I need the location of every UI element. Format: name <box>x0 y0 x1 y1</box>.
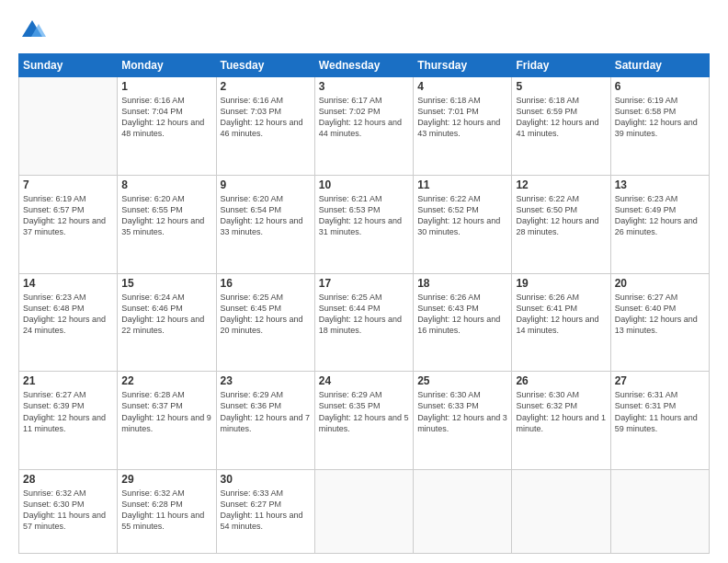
calendar-cell: 17Sunrise: 6:25 AM Sunset: 6:44 PM Dayli… <box>314 273 413 372</box>
day-info: Sunrise: 6:29 AM Sunset: 6:36 PM Dayligh… <box>221 389 311 434</box>
day-info: Sunrise: 6:22 AM Sunset: 6:50 PM Dayligh… <box>516 193 606 238</box>
calendar-page: SundayMondayTuesdayWednesdayThursdayFrid… <box>0 0 728 563</box>
day-number: 12 <box>516 178 606 191</box>
calendar-cell: 19Sunrise: 6:26 AM Sunset: 6:41 PM Dayli… <box>512 273 610 372</box>
calendar-week-row: 14Sunrise: 6:23 AM Sunset: 6:48 PM Dayli… <box>19 273 710 372</box>
weekday-header: Tuesday <box>216 54 314 77</box>
calendar-cell <box>610 470 709 554</box>
day-info: Sunrise: 6:16 AM Sunset: 7:03 PM Dayligh… <box>221 95 311 140</box>
day-number: 17 <box>319 277 409 290</box>
day-number: 3 <box>319 80 409 93</box>
calendar-cell: 12Sunrise: 6:22 AM Sunset: 6:50 PM Dayli… <box>512 175 610 273</box>
calendar-cell: 30Sunrise: 6:33 AM Sunset: 6:27 PM Dayli… <box>216 470 314 554</box>
calendar-cell: 11Sunrise: 6:22 AM Sunset: 6:52 PM Dayli… <box>414 175 512 273</box>
day-number: 18 <box>417 277 507 290</box>
day-number: 19 <box>516 277 606 290</box>
day-info: Sunrise: 6:31 AM Sunset: 6:31 PM Dayligh… <box>615 389 705 434</box>
day-number: 22 <box>121 374 211 387</box>
day-number: 14 <box>23 277 113 290</box>
day-number: 26 <box>516 374 606 387</box>
calendar-cell: 23Sunrise: 6:29 AM Sunset: 6:36 PM Dayli… <box>216 372 314 470</box>
calendar-cell: 20Sunrise: 6:27 AM Sunset: 6:40 PM Dayli… <box>610 273 709 372</box>
day-number: 28 <box>23 473 113 486</box>
day-info: Sunrise: 6:32 AM Sunset: 6:30 PM Dayligh… <box>23 488 113 533</box>
calendar-cell: 24Sunrise: 6:29 AM Sunset: 6:35 PM Dayli… <box>314 372 413 470</box>
day-info: Sunrise: 6:26 AM Sunset: 6:41 PM Dayligh… <box>516 292 606 337</box>
calendar-week-row: 7Sunrise: 6:19 AM Sunset: 6:57 PM Daylig… <box>19 175 710 273</box>
calendar-cell: 28Sunrise: 6:32 AM Sunset: 6:30 PM Dayli… <box>19 470 118 554</box>
calendar-cell: 26Sunrise: 6:30 AM Sunset: 6:32 PM Dayli… <box>512 372 610 470</box>
weekday-header: Thursday <box>414 54 512 77</box>
calendar-table: SundayMondayTuesdayWednesdayThursdayFrid… <box>18 53 710 554</box>
day-info: Sunrise: 6:25 AM Sunset: 6:44 PM Dayligh… <box>319 292 409 337</box>
day-number: 23 <box>221 374 311 387</box>
day-number: 2 <box>221 80 311 93</box>
day-info: Sunrise: 6:30 AM Sunset: 6:33 PM Dayligh… <box>417 389 507 434</box>
day-info: Sunrise: 6:24 AM Sunset: 6:46 PM Dayligh… <box>121 292 211 337</box>
day-info: Sunrise: 6:18 AM Sunset: 7:01 PM Dayligh… <box>417 95 507 140</box>
weekday-header: Sunday <box>19 54 118 77</box>
day-number: 21 <box>23 374 113 387</box>
day-info: Sunrise: 6:27 AM Sunset: 6:39 PM Dayligh… <box>23 389 113 434</box>
calendar-week-row: 28Sunrise: 6:32 AM Sunset: 6:30 PM Dayli… <box>19 470 710 554</box>
day-info: Sunrise: 6:33 AM Sunset: 6:27 PM Dayligh… <box>221 488 311 533</box>
day-number: 4 <box>417 80 507 93</box>
day-info: Sunrise: 6:30 AM Sunset: 6:32 PM Dayligh… <box>516 389 606 434</box>
day-info: Sunrise: 6:20 AM Sunset: 6:55 PM Dayligh… <box>121 193 211 238</box>
calendar-cell: 14Sunrise: 6:23 AM Sunset: 6:48 PM Dayli… <box>19 273 118 372</box>
weekday-header: Saturday <box>610 54 709 77</box>
day-number: 5 <box>516 80 606 93</box>
calendar-cell: 15Sunrise: 6:24 AM Sunset: 6:46 PM Dayli… <box>118 273 216 372</box>
day-number: 11 <box>417 178 507 191</box>
day-info: Sunrise: 6:20 AM Sunset: 6:54 PM Dayligh… <box>221 193 311 238</box>
day-info: Sunrise: 6:21 AM Sunset: 6:53 PM Dayligh… <box>319 193 409 238</box>
day-number: 10 <box>319 178 409 191</box>
calendar-cell: 6Sunrise: 6:19 AM Sunset: 6:58 PM Daylig… <box>610 77 709 176</box>
day-info: Sunrise: 6:16 AM Sunset: 7:04 PM Dayligh… <box>121 95 211 140</box>
calendar-cell <box>414 470 512 554</box>
calendar-cell <box>19 77 118 176</box>
day-info: Sunrise: 6:32 AM Sunset: 6:28 PM Dayligh… <box>121 488 211 533</box>
day-number: 30 <box>221 473 311 486</box>
calendar-week-row: 1Sunrise: 6:16 AM Sunset: 7:04 PM Daylig… <box>19 77 710 176</box>
day-number: 9 <box>221 178 311 191</box>
day-info: Sunrise: 6:26 AM Sunset: 6:43 PM Dayligh… <box>417 292 507 337</box>
day-info: Sunrise: 6:27 AM Sunset: 6:40 PM Dayligh… <box>615 292 705 337</box>
day-number: 20 <box>615 277 705 290</box>
header <box>18 17 710 44</box>
day-number: 16 <box>221 277 311 290</box>
day-number: 6 <box>615 80 705 93</box>
day-number: 24 <box>319 374 409 387</box>
calendar-cell: 18Sunrise: 6:26 AM Sunset: 6:43 PM Dayli… <box>414 273 512 372</box>
weekday-header: Wednesday <box>314 54 413 77</box>
day-info: Sunrise: 6:18 AM Sunset: 6:59 PM Dayligh… <box>516 95 606 140</box>
calendar-cell: 16Sunrise: 6:25 AM Sunset: 6:45 PM Dayli… <box>216 273 314 372</box>
day-info: Sunrise: 6:22 AM Sunset: 6:52 PM Dayligh… <box>417 193 507 238</box>
day-info: Sunrise: 6:25 AM Sunset: 6:45 PM Dayligh… <box>221 292 311 337</box>
day-number: 29 <box>121 473 211 486</box>
calendar-cell: 2Sunrise: 6:16 AM Sunset: 7:03 PM Daylig… <box>216 77 314 176</box>
calendar-cell: 5Sunrise: 6:18 AM Sunset: 6:59 PM Daylig… <box>512 77 610 176</box>
day-info: Sunrise: 6:19 AM Sunset: 6:57 PM Dayligh… <box>23 193 113 238</box>
day-info: Sunrise: 6:23 AM Sunset: 6:49 PM Dayligh… <box>615 193 705 238</box>
day-number: 1 <box>121 80 211 93</box>
day-number: 7 <box>23 178 113 191</box>
calendar-cell: 13Sunrise: 6:23 AM Sunset: 6:49 PM Dayli… <box>610 175 709 273</box>
day-info: Sunrise: 6:17 AM Sunset: 7:02 PM Dayligh… <box>319 95 409 140</box>
calendar-cell: 1Sunrise: 6:16 AM Sunset: 7:04 PM Daylig… <box>118 77 216 176</box>
calendar-cell: 7Sunrise: 6:19 AM Sunset: 6:57 PM Daylig… <box>19 175 118 273</box>
calendar-cell: 22Sunrise: 6:28 AM Sunset: 6:37 PM Dayli… <box>118 372 216 470</box>
calendar-cell: 10Sunrise: 6:21 AM Sunset: 6:53 PM Dayli… <box>314 175 413 273</box>
day-number: 27 <box>615 374 705 387</box>
day-number: 15 <box>121 277 211 290</box>
calendar-cell: 8Sunrise: 6:20 AM Sunset: 6:55 PM Daylig… <box>118 175 216 273</box>
day-number: 13 <box>615 178 705 191</box>
weekday-header-row: SundayMondayTuesdayWednesdayThursdayFrid… <box>19 54 710 77</box>
calendar-cell: 9Sunrise: 6:20 AM Sunset: 6:54 PM Daylig… <box>216 175 314 273</box>
calendar-cell: 29Sunrise: 6:32 AM Sunset: 6:28 PM Dayli… <box>118 470 216 554</box>
day-number: 25 <box>417 374 507 387</box>
calendar-cell <box>512 470 610 554</box>
calendar-cell: 27Sunrise: 6:31 AM Sunset: 6:31 PM Dayli… <box>610 372 709 470</box>
logo-icon <box>18 17 46 44</box>
day-info: Sunrise: 6:28 AM Sunset: 6:37 PM Dayligh… <box>121 389 211 434</box>
